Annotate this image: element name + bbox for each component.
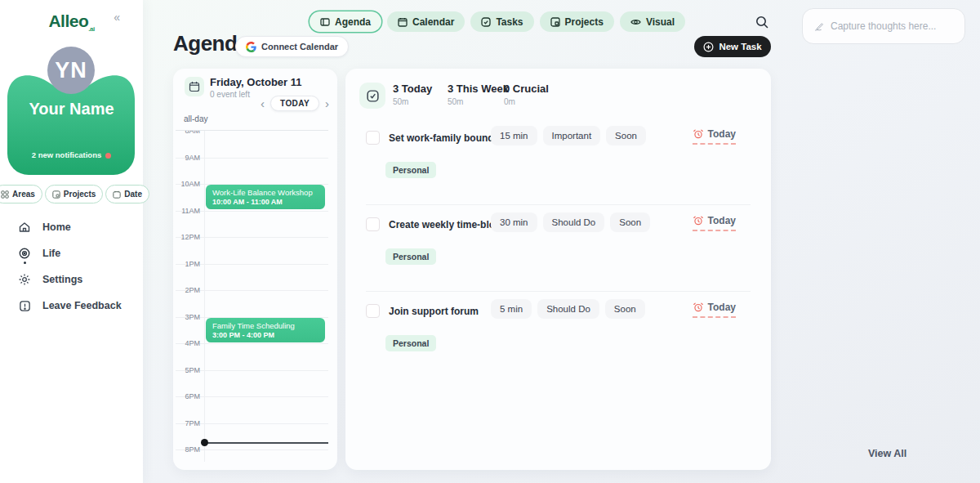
stat-today: 3 Today 50m — [393, 83, 432, 106]
calendar-date-title: Friday, October 11 — [210, 76, 301, 88]
connect-calendar-button[interactable]: Connect Calendar — [235, 36, 349, 57]
personal-tag[interactable]: Personal — [385, 162, 436, 178]
current-time-line — [204, 442, 328, 444]
today-button[interactable]: TODAY — [270, 96, 319, 111]
calendar-grid: 8AM 9AM 10AM 11AM 12PM 1PM 2PM 3PM 4PM 5… — [176, 114, 328, 462]
tab-projects[interactable]: Projects — [540, 11, 614, 32]
due-date[interactable]: Today — [693, 128, 736, 145]
capture-thoughts-input[interactable] — [831, 20, 953, 32]
hour-label: 5PM — [176, 366, 200, 374]
search-icon[interactable] — [755, 15, 771, 31]
calendar-nav: ‹ TODAY › — [261, 96, 329, 111]
task-row: Create weekly time-blocks 30 min Should … — [366, 212, 751, 291]
tab-tasks-label: Tasks — [496, 16, 523, 28]
home-label: Home — [42, 221, 71, 233]
task-chips: 15 min Important Soon — [491, 126, 646, 145]
date-button[interactable]: Date — [105, 185, 149, 203]
projects-box-icon — [52, 190, 60, 199]
events-left-text: 0 event left — [210, 90, 250, 99]
all-day-label: all-day — [184, 114, 207, 123]
areas-grid-icon — [1, 190, 9, 199]
connect-calendar-label: Connect Calendar — [261, 42, 338, 51]
stat-today-sub: 50m — [393, 97, 432, 106]
event-title: Work-Life Balance Workshop — [212, 188, 318, 197]
hour-label: 4PM — [176, 339, 200, 347]
check-square-icon — [366, 89, 380, 103]
notifications-text[interactable]: 2 new notifications — [0, 150, 143, 159]
new-task-button[interactable]: New Task — [694, 36, 771, 57]
sidebar-item-feedback[interactable]: Leave Feedback — [18, 293, 122, 319]
tab-calendar[interactable]: Calendar — [387, 11, 465, 32]
priority-chip[interactable]: Should Do — [543, 212, 605, 232]
sidebar-item-life[interactable]: Life — [18, 240, 122, 266]
hour-label: 10AM — [176, 180, 200, 188]
priority-chip[interactable]: Should Do — [537, 299, 599, 319]
stat-today-value: 3 Today — [393, 83, 432, 95]
tasks-panel: 3 Today 50m 3 This Week 50m 0 Crucial 0m… — [345, 69, 771, 470]
life-label: Life — [42, 248, 60, 259]
tab-visual[interactable]: Visual — [620, 11, 685, 32]
task-title[interactable]: Join support forum — [389, 306, 479, 317]
view-all-link[interactable]: View All — [868, 448, 906, 459]
user-card-body — [7, 111, 135, 175]
due-label: Today — [708, 215, 736, 226]
duration-chip[interactable]: 15 min — [491, 126, 537, 145]
prev-day-chevron[interactable]: ‹ — [261, 97, 265, 110]
tab-agenda[interactable]: Agenda — [310, 11, 381, 32]
tab-visual-label: Visual — [646, 16, 675, 28]
life-target-icon — [18, 247, 31, 260]
all-day-row: all-day — [176, 114, 328, 131]
hour-label: 1PM — [176, 260, 200, 268]
duration-chip[interactable]: 30 min — [491, 212, 537, 232]
due-label: Today — [708, 302, 736, 313]
tab-calendar-label: Calendar — [412, 16, 454, 28]
task-checkbox[interactable] — [366, 304, 380, 318]
priority-chip[interactable]: Important — [543, 126, 601, 145]
stat-week-value: 3 This Week — [448, 83, 509, 95]
notification-dot — [105, 153, 111, 159]
sidebar-item-settings[interactable]: Settings — [18, 266, 122, 293]
personal-tag[interactable]: Personal — [385, 335, 436, 351]
projects-icon — [550, 17, 560, 27]
calendar-icon — [398, 17, 408, 27]
alarm-icon — [693, 128, 704, 140]
agenda-icon — [320, 17, 330, 27]
visual-eye-icon — [630, 17, 641, 27]
current-time-dot[interactable] — [201, 439, 208, 446]
duration-chip[interactable]: 5 min — [491, 299, 532, 319]
event-family-time[interactable]: Family Time Scheduling 3:00 PM - 4:00 PM — [206, 318, 325, 342]
sidebar-collapse-icon[interactable]: « — [114, 11, 120, 24]
tab-tasks[interactable]: Tasks — [470, 11, 533, 32]
date-label: Date — [124, 190, 142, 199]
projects-button[interactable]: Projects — [45, 185, 103, 203]
hour-label: 3PM — [176, 313, 200, 321]
task-chips: 30 min Should Do Soon — [491, 212, 650, 232]
task-row: Join support forum 5 min Should Do Soon … — [366, 299, 751, 378]
due-date[interactable]: Today — [693, 215, 736, 231]
calendar-header-icon-box — [185, 77, 204, 96]
sidebar-item-home[interactable]: Home — [18, 214, 122, 240]
personal-tag[interactable]: Personal — [385, 248, 436, 265]
new-task-label: New Task — [719, 42, 761, 51]
app-logo: Alleo.ai — [0, 11, 143, 33]
task-checkbox[interactable] — [366, 217, 380, 231]
due-date[interactable]: Today — [693, 302, 736, 318]
areas-button[interactable]: Areas — [0, 185, 42, 203]
task-chips: 5 min Should Do Soon — [491, 299, 645, 319]
urgency-chip[interactable]: Soon — [606, 126, 646, 145]
stat-this-week: 3 This Week 50m — [448, 83, 509, 106]
event-work-life-balance[interactable]: Work-Life Balance Workshop 10:00 AM - 11… — [206, 185, 325, 209]
task-checkbox[interactable] — [366, 131, 380, 145]
settings-label: Settings — [42, 274, 82, 285]
urgency-chip[interactable]: Soon — [610, 212, 650, 232]
tab-agenda-label: Agenda — [335, 16, 371, 28]
next-day-chevron[interactable]: › — [325, 97, 329, 110]
home-icon — [18, 221, 31, 234]
alarm-icon — [693, 302, 704, 313]
sidebar: Alleo.ai « YN Your Name 2 new notificati… — [0, 0, 143, 483]
hour-label: 7PM — [176, 419, 200, 427]
task-row: Set work-family boundaries 15 min Import… — [366, 126, 751, 204]
urgency-chip[interactable]: Soon — [605, 299, 645, 319]
avatar[interactable]: YN — [47, 47, 95, 94]
row-divider — [366, 204, 751, 205]
